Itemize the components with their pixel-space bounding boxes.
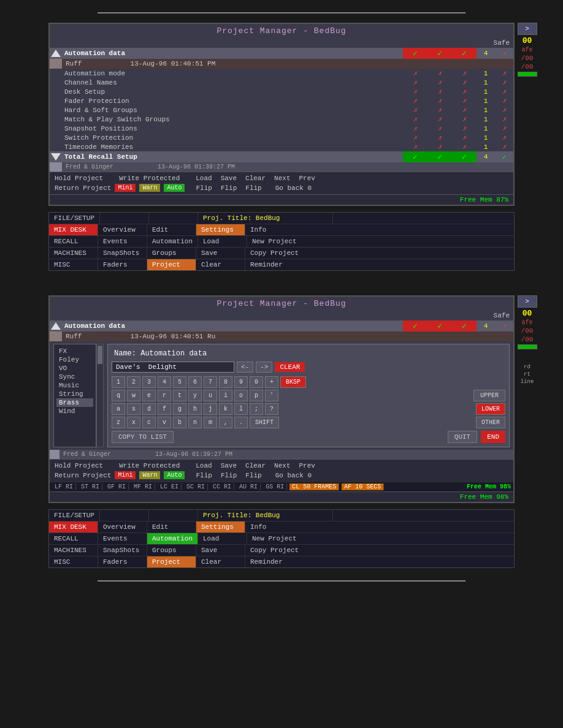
kb-other-btn[interactable]: OTHER — [476, 417, 505, 428]
kb-key-h[interactable]: h — [188, 403, 202, 415]
kb-list-item[interactable]: Brass — [56, 398, 93, 407]
nav-cell[interactable]: Groups — [147, 248, 196, 259]
kb-key-x[interactable]: x — [127, 417, 140, 428]
kb-clear-button[interactable]: CLEAR — [275, 362, 305, 372]
kb-key-i[interactable]: i — [219, 390, 232, 401]
nav-cell[interactable]: Faders — [98, 259, 147, 270]
kb-key-m[interactable]: m — [204, 417, 217, 428]
nav-cell[interactable]: Settings — [196, 521, 245, 533]
kb-key-q[interactable]: q — [112, 390, 125, 401]
kb-list-item[interactable]: FX — [56, 347, 93, 355]
nav-cell[interactable]: Clear — [196, 259, 245, 270]
kb-list-item[interactable]: Wind — [56, 407, 93, 415]
kb-scrollbar[interactable] — [96, 344, 104, 447]
kb-key-7[interactable]: 7 — [204, 376, 217, 388]
gt-button-2[interactable]: > — [518, 295, 537, 308]
kb-key-p[interactable]: p — [250, 390, 263, 401]
nav-cell[interactable]: SnapShots — [98, 545, 147, 556]
kb-copy-to-list-btn[interactable]: COPY TO LIST — [112, 431, 174, 443]
kb-nav-left[interactable]: <- — [237, 362, 253, 373]
nav-cell[interactable] — [100, 213, 149, 224]
kb-key-s[interactable]: s — [127, 403, 140, 415]
nav-cell[interactable]: MIX DESK — [49, 521, 98, 533]
nav-cell[interactable]: RECALL — [49, 236, 98, 247]
clear-label-1[interactable]: Clear — [245, 175, 266, 182]
green-btn-2[interactable] — [518, 344, 537, 349]
kb-list-item[interactable]: VO — [56, 364, 93, 373]
kb-key-z[interactable]: z — [112, 417, 125, 428]
kb-key-[interactable]: + — [265, 376, 278, 388]
kb-key-[interactable]: ? — [265, 403, 278, 415]
kb-list-item[interactable]: Foley — [56, 355, 93, 364]
next-label-1[interactable]: Next — [274, 175, 290, 182]
flip-save-label-2[interactable]: Flip — [221, 472, 237, 479]
kb-key-r[interactable]: r — [158, 390, 171, 401]
kb-key-j[interactable]: j — [204, 403, 217, 415]
nav-cell[interactable]: Save — [196, 545, 245, 556]
nav-cell[interactable]: Automation — [147, 533, 198, 544]
nav-cell[interactable]: Clear — [196, 556, 245, 567]
kb-scroll-thumb[interactable] — [98, 346, 102, 364]
kb-key-y[interactable]: y — [188, 390, 202, 401]
nav-cell[interactable]: Load — [198, 533, 247, 544]
auto-button-1[interactable]: Auto — [164, 184, 185, 192]
nav-cell[interactable]: New Project — [247, 236, 302, 247]
kb-key-3[interactable]: 3 — [142, 376, 156, 388]
next-label-2[interactable]: Next — [274, 462, 290, 469]
clear-label-2[interactable]: Clear — [245, 462, 266, 469]
nav-cell[interactable]: Overview — [98, 224, 147, 235]
nav-cell[interactable]: Groups — [147, 545, 196, 556]
kb-key-f[interactable]: f — [158, 403, 171, 415]
kb-key-k[interactable]: k — [219, 403, 232, 415]
green-btn-1[interactable] — [518, 72, 537, 77]
flip-save-label[interactable]: Flip — [221, 184, 237, 192]
kb-key-[interactable]: ' — [265, 390, 278, 401]
prev-label-2[interactable]: Prev — [299, 462, 315, 469]
kb-key-w[interactable]: w — [127, 390, 140, 401]
nav-cell[interactable]: Automation — [147, 236, 198, 247]
kb-text-input[interactable] — [112, 362, 234, 373]
kb-key-d[interactable]: d — [142, 403, 156, 415]
kb-key-g[interactable]: g — [173, 403, 186, 415]
save-label-1[interactable]: Save — [221, 175, 237, 182]
kb-key-1[interactable]: 1 — [112, 376, 125, 388]
nav-cell[interactable]: Faders — [98, 556, 147, 567]
nav-cell[interactable] — [149, 213, 198, 224]
nav-cell[interactable]: Edit — [147, 521, 196, 533]
mini-button-1[interactable]: Mini — [115, 184, 136, 192]
auto-button-2[interactable]: Auto — [164, 471, 185, 479]
nav-cell[interactable]: Overview — [98, 521, 147, 533]
nav-cell[interactable]: Project — [147, 556, 196, 567]
nav-cell[interactable] — [149, 510, 198, 521]
kb-end-btn[interactable]: END — [481, 431, 505, 443]
kb-key-u[interactable]: u — [204, 390, 217, 401]
kb-list-item[interactable]: Sync — [56, 373, 93, 381]
nav-cell[interactable]: Copy Project — [245, 248, 304, 259]
nav-cell[interactable]: RECALL — [49, 533, 98, 544]
nav-cell[interactable]: Events — [98, 236, 147, 247]
warn-button-2[interactable]: Warn — [139, 471, 160, 479]
kb-key-2[interactable]: 2 — [127, 376, 140, 388]
nav-cell[interactable]: MISC — [49, 556, 98, 567]
kb-key-5[interactable]: 5 — [173, 376, 186, 388]
kb-key-0[interactable]: 0 — [250, 376, 263, 388]
kb-list-item[interactable]: Music — [56, 381, 93, 390]
mini-button-2[interactable]: Mini — [115, 471, 136, 479]
kb-key-n[interactable]: n — [188, 417, 202, 428]
kb-lower-btn[interactable]: LOWER — [476, 403, 505, 415]
nav-cell[interactable]: Reminder — [245, 259, 294, 270]
nav-cell[interactable]: New Project — [247, 533, 302, 544]
kb-key-9[interactable]: 9 — [234, 376, 248, 388]
gt-button-1[interactable]: > — [518, 23, 537, 35]
nav-cell[interactable]: Info — [245, 521, 294, 533]
kb-key-a[interactable]: a — [112, 403, 125, 415]
nav-cell[interactable]: Info — [245, 224, 294, 235]
kb-key-6[interactable]: 6 — [188, 376, 202, 388]
load-label-1[interactable]: Load — [196, 175, 212, 182]
kb-key-4[interactable]: 4 — [158, 376, 171, 388]
nav-cell[interactable]: Reminder — [245, 556, 294, 567]
kb-key-l[interactable]: l — [234, 403, 248, 415]
kb-key-bksp[interactable]: BKSP — [280, 376, 306, 388]
nav-cell[interactable]: Load — [198, 236, 247, 247]
nav-cell[interactable]: Proj. Title: BedBug — [198, 213, 333, 224]
